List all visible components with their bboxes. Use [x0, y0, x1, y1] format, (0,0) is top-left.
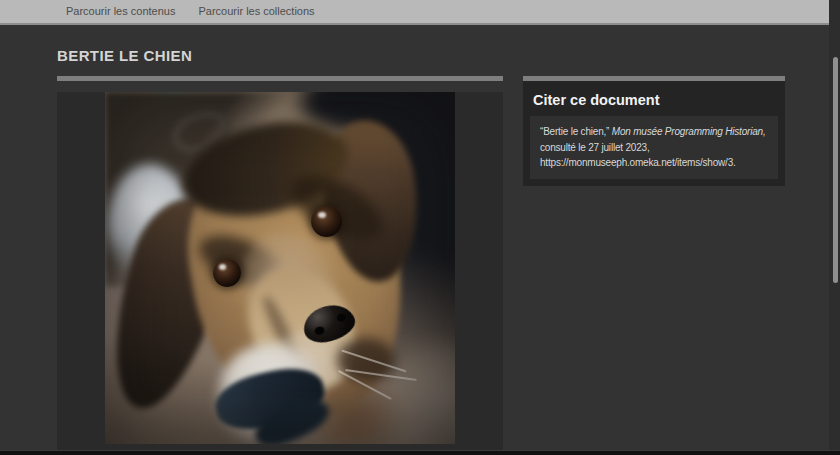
citation-box: “Bertie le chien,” Mon musée Programming…	[530, 116, 778, 179]
citation-body: Citer ce document “Bertie le chien,” Mon…	[523, 81, 785, 186]
citation-heading: Citer ce document	[523, 81, 785, 116]
panel-accent-bar	[57, 76, 503, 81]
photo-vignette	[105, 92, 455, 444]
window-bottom-edge	[0, 450, 840, 455]
item-media-panel	[57, 76, 503, 455]
item-media-body	[57, 92, 503, 455]
citation-panel: Citer ce document “Bertie le chien,” Mon…	[523, 76, 785, 186]
citation-line-1: “Bertie le chien,” Mon musée Programming…	[540, 124, 768, 140]
item-image[interactable]	[105, 92, 455, 444]
nav-link-parcourir-collections[interactable]: Parcourir les collections	[198, 0, 314, 24]
scrollbar-thumb[interactable]	[833, 57, 838, 283]
citation-quote: “Bertie le chien,”	[540, 126, 612, 137]
citation-line-2: consulté le 27 juillet 2023,	[540, 140, 768, 156]
citation-source-italic: Mon musée Programming Historian,	[612, 126, 766, 137]
page-title: BERTIE LE CHIEN	[57, 47, 192, 64]
page-body: { "nav": { "items": [ { "id": "browse-it…	[0, 0, 840, 455]
citation-url: https://monmuseeph.omeka.net/items/show/…	[540, 155, 768, 171]
nav-link-parcourir-contenus[interactable]: Parcourir les contenus	[66, 0, 175, 24]
top-nav-bar: Parcourir les contenus Parcourir les col…	[0, 0, 840, 25]
scrollbar-track[interactable]	[829, 0, 840, 455]
